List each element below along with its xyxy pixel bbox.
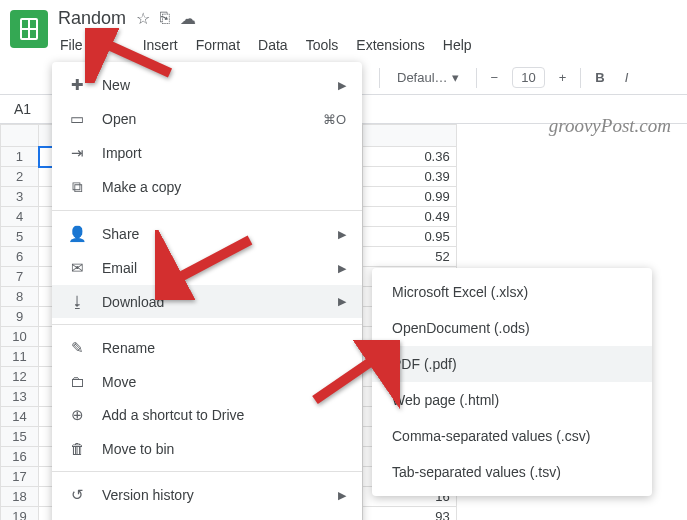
menu-extensions[interactable]: Extensions [354,33,426,57]
menu-rename[interactable]: ✎Rename [52,331,362,365]
row-header[interactable]: 6 [1,247,39,267]
row-header[interactable]: 7 [1,267,39,287]
row-header[interactable]: 1 [1,147,39,167]
menu-format[interactable]: Format [194,33,242,57]
download-csv[interactable]: Comma-separated values (.csv) [372,418,652,454]
cell[interactable]: 0.36 [362,147,456,167]
row-header[interactable]: 13 [1,387,39,407]
move-folder-icon[interactable]: ⎘ [160,9,170,28]
cloud-status-icon: ☁ [180,9,196,28]
download-ods[interactable]: OpenDocument (.ods) [372,310,652,346]
download-icon: ⭳ [68,293,86,310]
menu-tools[interactable]: Tools [304,33,341,57]
file-menu-dropdown: ✚New▶ ▭Open⌘O ⇥Import ⧉Make a copy 👤Shar… [52,62,362,520]
chevron-right-icon: ▶ [338,489,346,502]
download-tsv[interactable]: Tab-separated values (.tsv) [372,454,652,490]
menubar: File Edit Insert Format Data Tools Exten… [58,33,677,57]
copy-icon: ⧉ [68,178,86,196]
doc-title[interactable]: Random [58,8,126,29]
menu-open[interactable]: ▭Open⌘O [52,102,362,136]
row-header[interactable]: 9 [1,307,39,327]
rename-icon: ✎ [68,339,86,357]
cell[interactable]: 0.49 [362,207,456,227]
row-header[interactable]: 19 [1,507,39,521]
menu-file[interactable]: File [58,33,85,57]
menu-insert[interactable]: Insert [141,33,180,57]
font-selector[interactable]: Defaul… ▾ [388,67,468,88]
cell[interactable]: 0.95 [362,227,456,247]
chevron-right-icon: ▶ [338,262,346,275]
watermark: groovyPost.com [549,115,671,137]
sheets-logo[interactable] [10,10,48,48]
download-xlsx[interactable]: Microsoft Excel (.xlsx) [372,274,652,310]
cell[interactable]: 0.99 [362,187,456,207]
email-icon: ✉ [68,259,86,277]
col-header[interactable] [362,125,456,147]
row-header[interactable]: 17 [1,467,39,487]
move-icon: 🗀 [68,373,86,390]
row-header[interactable]: 2 [1,167,39,187]
row-header[interactable]: 12 [1,367,39,387]
cell[interactable]: 93 [362,507,456,521]
row-header[interactable]: 4 [1,207,39,227]
folder-icon: ▭ [68,110,86,128]
menu-download[interactable]: ⭳Download▶ [52,285,362,318]
share-icon: 👤 [68,225,86,243]
menu-move-to-bin[interactable]: 🗑Move to bin [52,432,362,465]
row-header[interactable]: 10 [1,327,39,347]
menu-offline[interactable]: ✓Make available offline [52,512,362,520]
row-header[interactable]: 14 [1,407,39,427]
row-header[interactable]: 15 [1,427,39,447]
row-header[interactable]: 8 [1,287,39,307]
font-size-input[interactable]: 10 [512,67,544,88]
plus-icon: ✚ [68,76,86,94]
menu-email[interactable]: ✉Email▶ [52,251,362,285]
row-header[interactable]: 18 [1,487,39,507]
menu-import[interactable]: ⇥Import [52,136,362,170]
history-icon: ↺ [68,486,86,504]
trash-icon: 🗑 [68,440,86,457]
chevron-right-icon: ▶ [338,228,346,241]
name-box[interactable]: A1 [14,101,54,117]
bold-button[interactable]: B [589,68,610,87]
menu-move[interactable]: 🗀Move [52,365,362,398]
decrease-font-button[interactable]: − [485,68,505,87]
cell[interactable]: 52 [362,247,456,267]
menu-help[interactable]: Help [441,33,474,57]
cell[interactable]: 0.39 [362,167,456,187]
menu-version-history[interactable]: ↺Version history▶ [52,478,362,512]
menu-new[interactable]: ✚New▶ [52,68,362,102]
menu-data[interactable]: Data [256,33,290,57]
row-header[interactable]: 5 [1,227,39,247]
row-header[interactable]: 3 [1,187,39,207]
star-icon[interactable]: ☆ [136,9,150,28]
row-header[interactable]: 11 [1,347,39,367]
download-pdf[interactable]: PDF (.pdf) [372,346,652,382]
download-html[interactable]: Web page (.html) [372,382,652,418]
chevron-right-icon: ▶ [338,295,346,308]
import-icon: ⇥ [68,144,86,162]
download-submenu: Microsoft Excel (.xlsx) OpenDocument (.o… [372,268,652,496]
italic-button[interactable]: I [619,68,635,87]
shortcut-icon: ⊕ [68,406,86,424]
row-header[interactable]: 16 [1,447,39,467]
chevron-down-icon: ▾ [452,70,459,85]
increase-font-button[interactable]: + [553,68,573,87]
chevron-right-icon: ▶ [338,79,346,92]
menu-share[interactable]: 👤Share▶ [52,217,362,251]
menu-make-copy[interactable]: ⧉Make a copy [52,170,362,204]
menu-add-shortcut[interactable]: ⊕Add a shortcut to Drive [52,398,362,432]
